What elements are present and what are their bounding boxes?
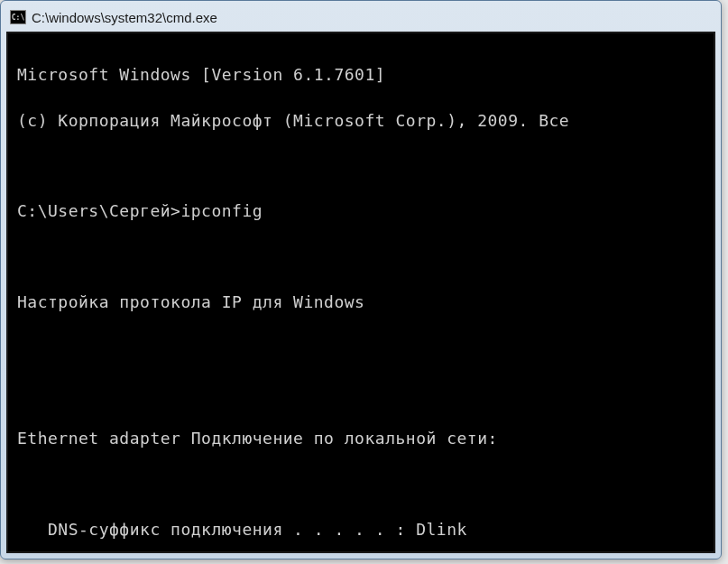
banner-line: Microsoft Windows [Version 6.1.7601]	[17, 63, 714, 86]
titlebar[interactable]: C:\ C:\windows\system32\cmd.exe	[6, 6, 715, 32]
terminal-output[interactable]: Microsoft Windows [Version 6.1.7601] (c)…	[6, 32, 715, 553]
cmd-window: C:\ C:\windows\system32\cmd.exe Microsof…	[0, 0, 722, 559]
blank-line	[17, 154, 714, 177]
config-value: Dlink	[406, 520, 467, 539]
blank-line	[17, 473, 714, 495]
adapter-header: Ethernet adapter Подключение по локально…	[17, 427, 714, 449]
config-label: DNS-суффикс подключения . . . . . :	[17, 520, 406, 539]
banner-line: (c) Корпорация Майкрософт (Microsoft Cor…	[17, 109, 714, 132]
blank-line	[17, 336, 714, 358]
cmd-icon-text: C:\	[12, 14, 24, 22]
prompt-line: C:\Users\Сергей>ipconfig	[17, 199, 714, 222]
cmd-icon: C:\	[10, 10, 26, 24]
blank-line	[17, 245, 714, 268]
section-header: Настройка протокола IP для Windows	[17, 291, 714, 313]
window-title: C:\windows\system32\cmd.exe	[32, 10, 217, 25]
blank-line	[17, 382, 714, 404]
config-row: DNS-суффикс подключения . . . . . : Dlin…	[17, 518, 714, 541]
prompt-path: C:\Users\Сергей>	[17, 201, 180, 220]
command-text: ipconfig	[180, 201, 263, 220]
